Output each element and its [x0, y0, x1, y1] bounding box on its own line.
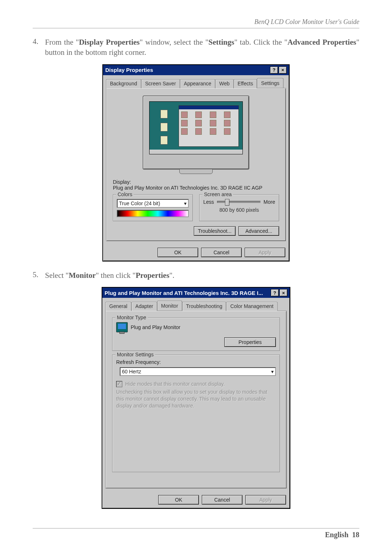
apply-button[interactable]: Apply [245, 248, 285, 257]
monitor-settings-group: Monitor Settings Refresh Frequency: 60 H… [112, 355, 280, 472]
colors-group: Colors True Color (24 bit)▾ [113, 194, 193, 221]
hide-modes-hint: Unchecking this box will allow you to se… [116, 389, 276, 409]
step-5-text: Select "Monitor" then click "Properties"… [45, 270, 359, 280]
monitor-properties-dialog: Plug and Play Monitor and ATI Technologi… [102, 287, 290, 509]
dialog1-tabs: Background Screen Saver Appearance Web E… [103, 75, 289, 88]
monitor-settings-legend: Monitor Settings [115, 352, 155, 357]
monitor-type-group: Monitor Type Plug and Play Monitor Prope… [112, 317, 280, 351]
step-4-text: From the "Display Properties" window, se… [45, 37, 359, 58]
screen-area-legend: Screen area [203, 191, 233, 197]
chevron-down-icon: ▾ [271, 369, 274, 374]
apply-button[interactable]: Apply [245, 495, 286, 505]
monitor-preview [143, 96, 249, 170]
monitor-name: Plug and Play Monitor [131, 324, 180, 330]
resolution-slider[interactable]: Less More [203, 199, 275, 205]
tab-web[interactable]: Web [215, 79, 234, 88]
ok-button[interactable]: OK [158, 248, 198, 257]
tab-appearance[interactable]: Appearance [180, 79, 216, 88]
tab-troubleshooting[interactable]: Troubleshooting [182, 302, 226, 311]
refresh-frequency-label: Refresh Frequency: [116, 359, 276, 365]
dialog2-title: Plug and Play Monitor and ATI Technologi… [105, 290, 263, 296]
close-button[interactable]: × [279, 289, 287, 296]
advanced-button[interactable]: Advanced... [238, 226, 279, 236]
dialog1-titlebar: Display Properties ? × [103, 65, 289, 75]
tab-effects[interactable]: Effects [234, 79, 257, 88]
header-rule [33, 28, 359, 28]
tab-adapter[interactable]: Adapter [131, 302, 157, 311]
page-footer: English 18 [33, 528, 359, 539]
refresh-frequency-select[interactable]: 60 Hertz▾ [120, 367, 276, 376]
ok-button[interactable]: OK [158, 495, 199, 505]
properties-button[interactable]: Properties [224, 337, 276, 347]
dialog2-tabs: General Adapter Monitor Troubleshooting … [102, 298, 290, 311]
tab-screen-saver[interactable]: Screen Saver [141, 79, 180, 88]
hide-modes-checkbox[interactable] [116, 381, 122, 387]
colors-select[interactable]: True Color (24 bit)▾ [117, 199, 189, 208]
page-header: BenQ LCD Color Monitor User's Guide [33, 18, 359, 26]
tab-color-management[interactable]: Color Management [226, 302, 277, 311]
troubleshoot-button[interactable]: Troubleshoot... [194, 226, 236, 236]
dialog1-body: Display: Plug and Play Monitor on ATI Te… [106, 88, 286, 241]
display-value: Plug and Play Monitor on ATI Technologie… [113, 185, 279, 191]
monitor-type-legend: Monitor Type [115, 315, 148, 320]
dialog1-title: Display Properties [105, 67, 153, 73]
display-properties-dialog: Display Properties ? × Background Screen… [102, 64, 290, 262]
hide-modes-label: Hide modes that this monitor cannot disp… [125, 381, 225, 387]
slider-less-label: Less [203, 199, 214, 205]
help-button[interactable]: ? [270, 66, 278, 74]
slider-more-label: More [264, 199, 275, 205]
colors-legend: Colors [116, 191, 134, 197]
monitor-icon [116, 322, 128, 332]
step-5-number: 5. [33, 270, 45, 280]
hide-modes-checkbox-row: Hide modes that this monitor cannot disp… [116, 381, 276, 387]
dialog2-body: Monitor Type Plug and Play Monitor Prope… [105, 311, 287, 489]
tab-general[interactable]: General [105, 302, 131, 311]
tab-background[interactable]: Background [106, 79, 141, 88]
step-4-number: 4. [33, 37, 45, 58]
resolution-value: 800 by 600 pixels [203, 207, 275, 213]
chevron-down-icon: ▾ [184, 200, 187, 206]
dialog2-titlebar: Plug and Play Monitor and ATI Technologi… [102, 288, 290, 298]
cancel-button[interactable]: Cancel [201, 248, 242, 257]
close-button[interactable]: × [279, 66, 287, 74]
help-button[interactable]: ? [271, 289, 279, 296]
tab-settings[interactable]: Settings [257, 78, 283, 88]
color-gradient-bar [117, 210, 189, 217]
tab-monitor[interactable]: Monitor [157, 301, 182, 311]
display-label: Display: [113, 179, 279, 185]
cancel-button[interactable]: Cancel [202, 495, 242, 505]
screen-area-group: Screen area Less More 800 by 600 pixels [199, 194, 279, 221]
